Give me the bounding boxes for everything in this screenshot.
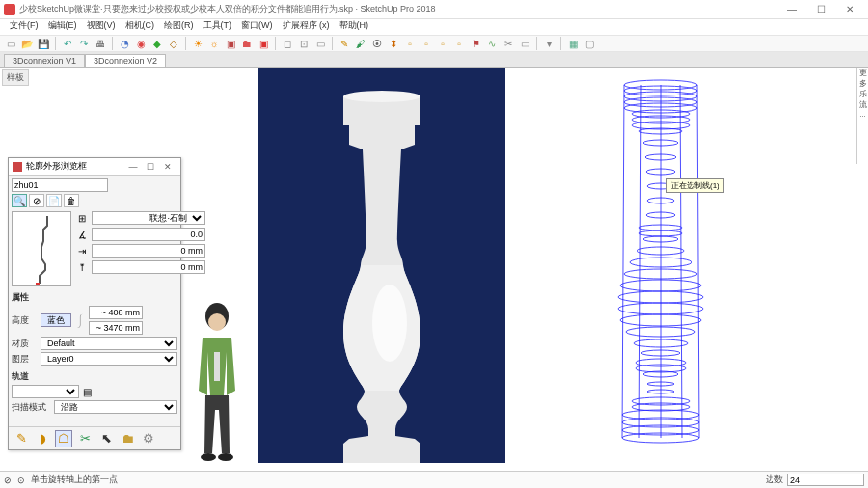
height-top-input[interactable] xyxy=(89,306,143,319)
menu-tools[interactable]: 工具(T) xyxy=(200,19,236,35)
box-icon[interactable]: ▫ xyxy=(403,37,417,50)
menu-view[interactable]: 视图(V) xyxy=(83,19,120,35)
status-hint: 单击旋转轴上的第一点 xyxy=(31,474,118,486)
status-help1-icon[interactable]: ⊘ xyxy=(4,475,12,485)
box2-icon[interactable]: ▫ xyxy=(420,37,433,50)
offset-x-input[interactable] xyxy=(92,244,205,258)
panel-title: 轮廓外形浏览框 xyxy=(26,160,87,173)
dropdown-icon[interactable]: ▾ xyxy=(542,37,556,50)
tool-person-icon[interactable]: ☖ xyxy=(55,430,72,447)
box4-icon[interactable]: ▫ xyxy=(452,37,466,50)
menu-window[interactable]: 窗口(W) xyxy=(237,19,277,35)
flag-icon[interactable]: ⚑ xyxy=(469,37,482,50)
left-tray-label[interactable]: 样板 xyxy=(2,69,29,86)
material-select[interactable]: Default xyxy=(41,337,177,350)
pencil-icon[interactable]: ✎ xyxy=(338,37,351,50)
note-icon[interactable]: ▭ xyxy=(518,37,531,50)
ext-manager-icon[interactable]: ◆ xyxy=(150,37,164,50)
scale-figure[interactable] xyxy=(183,299,251,488)
profile-name-input[interactable] xyxy=(12,178,108,192)
extb-icon[interactable]: ◇ xyxy=(167,37,180,50)
tool-knife-icon[interactable]: ✂ xyxy=(76,430,94,447)
cursor-tooltip: 正在选制线(1) xyxy=(666,178,724,193)
mode-select[interactable]: 沿路 xyxy=(54,400,177,414)
tab-scene-1[interactable]: 3Dconnexion V1 xyxy=(4,54,85,67)
panel-maximize-button[interactable]: ☐ xyxy=(142,162,159,172)
plugin-icon[interactable]: ▦ xyxy=(566,37,580,50)
tool-folder-icon[interactable]: 🖿 xyxy=(119,430,136,447)
close-button[interactable]: ✕ xyxy=(835,1,864,18)
offset-x-icon: ⇥ xyxy=(75,246,89,257)
separator xyxy=(332,37,333,50)
bracket-icon: ⎰ xyxy=(75,312,85,328)
folder-icon[interactable]: 🖿 xyxy=(240,37,254,50)
status-help2-icon[interactable]: ⊙ xyxy=(17,475,25,485)
box3-icon[interactable]: ▫ xyxy=(436,37,449,50)
tool-gear-icon[interactable]: ⚙ xyxy=(140,430,157,447)
blue-button[interactable]: 蓝色 xyxy=(41,313,71,327)
tool-pencil-icon[interactable]: ✎ xyxy=(13,430,30,447)
team-select[interactable]: 联想·石制 xyxy=(92,211,205,225)
separator xyxy=(185,37,186,50)
shadow-icon[interactable]: ☼ xyxy=(207,37,221,50)
scene-tabs: 3Dconnexion V1 3Dconnexion V2 xyxy=(0,52,868,68)
redo-icon[interactable]: ↷ xyxy=(77,37,91,50)
separator xyxy=(55,37,56,50)
menu-file[interactable]: 文件(F) xyxy=(6,19,42,35)
tool-select-icon[interactable]: ⬉ xyxy=(97,430,115,447)
menu-extensions[interactable]: 扩展程序 (x) xyxy=(279,19,334,35)
cut-icon[interactable]: ✂ xyxy=(502,37,515,50)
profile-builder-panel: 轮廓外形浏览框 — ☐ ✕ 🔍 ⊘ 📄 🗑 ⊞ 联想·石制 xyxy=(8,157,181,450)
panel-icon xyxy=(13,162,22,172)
path-add-icon[interactable]: ▤ xyxy=(83,387,92,397)
profile-preview[interactable] xyxy=(12,211,71,286)
wireframe-model[interactable] xyxy=(579,75,743,451)
eyedropper-icon[interactable]: ⦿ xyxy=(370,37,384,50)
status-bar: ⊘ ⊙ 单击旋转轴上的第一点 边数 xyxy=(0,471,868,488)
curve-icon[interactable]: ∿ xyxy=(485,37,499,50)
model-info-icon[interactable]: ◔ xyxy=(118,37,131,50)
open-icon[interactable]: 📂 xyxy=(20,37,34,50)
ext-warehouse-icon[interactable]: ◉ xyxy=(134,37,148,50)
delete-button[interactable]: 🗑 xyxy=(64,194,79,207)
save-icon[interactable]: 💾 xyxy=(37,37,50,50)
offset-y-icon: ⤒ xyxy=(75,262,89,273)
menu-help[interactable]: 帮助(H) xyxy=(336,19,373,35)
layer-label: 图层 xyxy=(12,353,37,366)
axe-icon[interactable]: ⬍ xyxy=(387,37,400,50)
path-select[interactable] xyxy=(12,385,79,398)
brush-icon[interactable]: 🖌 xyxy=(354,37,367,50)
panel-minimize-button[interactable]: — xyxy=(124,162,142,172)
svg-point-48 xyxy=(208,313,226,331)
height-bottom-input[interactable] xyxy=(89,321,143,335)
sun-icon[interactable]: ☀ xyxy=(191,37,204,50)
plugin2-icon[interactable]: ▢ xyxy=(583,37,596,50)
search-button[interactable]: 🔍 xyxy=(12,194,27,207)
save-button[interactable]: 📄 xyxy=(46,194,62,207)
right-tray[interactable]: 更多 乐 流 ... xyxy=(856,68,868,164)
reset-button[interactable]: ⊘ xyxy=(29,194,44,207)
style-icon[interactable]: ▣ xyxy=(224,37,237,50)
menu-camera[interactable]: 相机(C) xyxy=(122,19,159,35)
rotation-input[interactable] xyxy=(92,228,205,241)
print-icon[interactable]: 🖶 xyxy=(94,37,107,50)
path-header: 轨道 xyxy=(12,370,177,383)
maximize-button[interactable]: ☐ xyxy=(806,1,835,18)
undo-icon[interactable]: ↶ xyxy=(61,37,74,50)
minimize-button[interactable]: — xyxy=(777,1,806,18)
menu-draw[interactable]: 绘图(R) xyxy=(160,19,198,35)
panel-close-button[interactable]: ✕ xyxy=(159,162,176,172)
tool-extrude-icon[interactable]: ◗ xyxy=(34,430,51,447)
measurement-input[interactable] xyxy=(787,474,864,486)
svg-line-44 xyxy=(639,85,641,438)
layer-select[interactable]: Layer0 xyxy=(41,352,177,366)
wire-icon[interactable]: ⊡ xyxy=(297,37,311,50)
tab-scene-2[interactable]: 3Dconnexion V2 xyxy=(85,54,166,67)
transparent-icon[interactable]: ◻ xyxy=(281,37,294,50)
hidden-icon[interactable]: ▭ xyxy=(313,37,327,50)
menu-edit[interactable]: 编辑(E) xyxy=(44,19,81,35)
new-icon[interactable]: ▭ xyxy=(4,37,17,50)
offset-y-input[interactable] xyxy=(92,260,205,274)
camera-icon[interactable]: ▣ xyxy=(257,37,270,50)
measurement-label: 边数 xyxy=(766,474,783,486)
